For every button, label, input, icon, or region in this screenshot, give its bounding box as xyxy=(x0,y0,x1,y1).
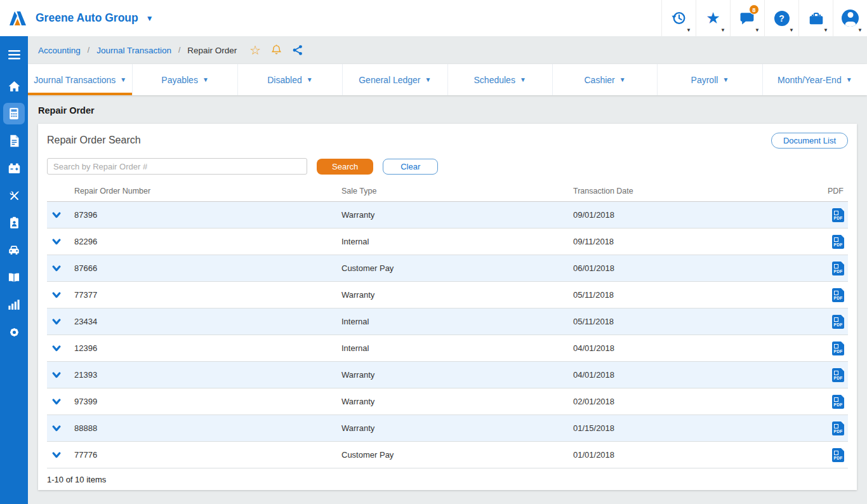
col-pdf: PDF xyxy=(819,187,848,196)
clear-button[interactable]: Clear xyxy=(383,159,438,175)
expand-row-button[interactable] xyxy=(47,451,66,460)
table-row: 97399 Warranty 02/01/2018 PDF xyxy=(47,388,848,415)
sale-type: Customer Pay xyxy=(341,263,573,273)
chevron-down-icon: ▼ xyxy=(686,27,691,33)
expand-row-button[interactable] xyxy=(47,291,66,300)
menu-toggle-button[interactable] xyxy=(3,44,25,65)
pdf-icon[interactable]: PDF xyxy=(832,262,844,275)
history-button[interactable]: ▼ xyxy=(661,0,696,36)
favorites-button[interactable]: ★ ▼ xyxy=(696,0,730,36)
tab-strip: Journal Transactions▼ Payables▼ Disabled… xyxy=(28,64,867,95)
tab-general-ledger[interactable]: General Ledger▼ xyxy=(342,64,447,95)
pdf-icon[interactable]: PDF xyxy=(832,368,844,382)
sidebar-item-home[interactable] xyxy=(3,76,25,97)
profile-button[interactable]: ▼ xyxy=(833,0,867,36)
chevron-down-icon: ▼ xyxy=(619,76,626,83)
breadcrumb-accounting[interactable]: Accounting xyxy=(38,46,81,55)
pdf-icon[interactable]: PDF xyxy=(832,342,844,355)
chevron-down-icon: ▼ xyxy=(120,76,126,83)
pdf-icon[interactable]: PDF xyxy=(832,315,844,329)
gear-icon xyxy=(8,326,20,338)
user-avatar-icon xyxy=(842,10,859,27)
sale-type: Warranty xyxy=(341,370,573,380)
bell-icon[interactable] xyxy=(270,44,282,56)
expand-row-button[interactable] xyxy=(47,211,66,220)
chevron-down-icon: ▼ xyxy=(823,27,828,33)
pdf-icon[interactable]: PDF xyxy=(832,421,844,435)
pdf-icon[interactable]: PDF xyxy=(832,448,844,462)
table-row: 23434 Internal 05/11/2018 PDF xyxy=(47,308,848,335)
chevron-down-icon xyxy=(52,344,61,353)
share-icon[interactable] xyxy=(292,44,303,56)
pdf-icon[interactable]: PDF xyxy=(832,288,844,302)
file-invoice-icon xyxy=(9,135,20,147)
pdf-icon[interactable]: PDF xyxy=(832,395,844,409)
chevron-down-icon xyxy=(52,237,61,246)
chevron-down-icon: ▼ xyxy=(425,76,432,83)
breadcrumb-journal-transaction[interactable]: Journal Transaction xyxy=(96,46,171,55)
card-title: Repair Order Search xyxy=(47,135,141,146)
account-selector[interactable]: Greene Auto Group ▼ xyxy=(0,7,154,30)
hamburger-icon xyxy=(8,50,20,60)
document-list-button[interactable]: Document List xyxy=(771,133,848,149)
toolbox-button[interactable]: ▼ xyxy=(798,0,833,36)
sidebar-item-parts[interactable] xyxy=(3,157,25,179)
chevron-down-icon: ▼ xyxy=(307,76,313,83)
transaction-date: 06/01/2018 xyxy=(573,263,819,273)
notification-badge: 8 xyxy=(749,4,759,15)
book-icon xyxy=(8,272,20,283)
expand-row-button[interactable] xyxy=(47,344,66,353)
sidebar-item-reference[interactable] xyxy=(3,267,25,288)
tools-icon xyxy=(8,190,20,202)
sidebar-item-service[interactable] xyxy=(3,185,25,206)
tab-month-year-end[interactable]: Month/Year-End▼ xyxy=(762,64,867,95)
table-row: 82296 Internal 09/11/2018 PDF xyxy=(47,229,848,255)
help-button[interactable]: ? ▼ xyxy=(764,0,798,36)
sidebar-item-personnel[interactable] xyxy=(3,212,25,234)
expand-row-button[interactable] xyxy=(47,424,66,433)
tab-schedules[interactable]: Schedules▼ xyxy=(447,64,552,95)
pdf-icon[interactable]: PDF xyxy=(832,208,844,222)
expand-row-button[interactable] xyxy=(47,317,66,326)
chevron-down-icon: ▼ xyxy=(857,27,863,33)
col-transaction-date: Transaction Date xyxy=(573,187,819,196)
chevron-down-icon: ▼ xyxy=(755,27,760,33)
tab-journal-transactions[interactable]: Journal Transactions▼ xyxy=(28,64,132,95)
tab-disabled[interactable]: Disabled▼ xyxy=(237,64,342,95)
chevron-down-icon: ▼ xyxy=(202,76,209,83)
page-title: Repair Order xyxy=(38,105,857,116)
chevron-down-icon xyxy=(52,317,61,326)
messages-button[interactable]: 8 ▼ xyxy=(730,0,764,36)
help-icon: ? xyxy=(774,11,790,26)
sale-type: Internal xyxy=(341,343,573,353)
sidebar-item-accounting[interactable] xyxy=(3,103,25,124)
search-button[interactable]: Search xyxy=(317,159,373,175)
expand-row-button[interactable] xyxy=(47,371,66,380)
sidebar-item-vehicles[interactable] xyxy=(3,239,25,261)
chevron-down-icon: ▼ xyxy=(789,27,794,33)
repair-order-number: 82296 xyxy=(66,237,341,246)
sidebar-item-reports[interactable] xyxy=(3,294,25,315)
sidebar-item-documents[interactable] xyxy=(3,130,25,152)
favorite-star-icon[interactable]: ☆ xyxy=(249,44,261,56)
sale-type: Warranty xyxy=(341,290,573,300)
transaction-date: 09/11/2018 xyxy=(573,237,819,246)
chevron-down-icon: ▼ xyxy=(722,76,729,83)
tab-payroll[interactable]: Payroll▼ xyxy=(657,64,762,95)
repair-order-number: 87396 xyxy=(66,210,341,220)
tab-cashier[interactable]: Cashier▼ xyxy=(552,64,657,95)
transaction-date: 09/01/2018 xyxy=(573,210,819,220)
breadcrumb-separator: / xyxy=(178,46,180,55)
pdf-icon[interactable]: PDF xyxy=(832,235,844,249)
chevron-down-icon xyxy=(52,291,61,300)
expand-row-button[interactable] xyxy=(47,237,66,246)
repair-order-search-input[interactable] xyxy=(47,158,307,175)
expand-row-button[interactable] xyxy=(47,397,66,406)
star-icon: ★ xyxy=(706,10,720,26)
expand-row-button[interactable] xyxy=(47,264,66,273)
sale-type: Internal xyxy=(341,317,573,326)
chevron-down-icon xyxy=(52,264,61,273)
sidebar-item-settings[interactable] xyxy=(3,321,25,343)
tab-payables[interactable]: Payables▼ xyxy=(132,64,237,95)
col-repair-order-number: Repair Order Number xyxy=(66,187,341,196)
